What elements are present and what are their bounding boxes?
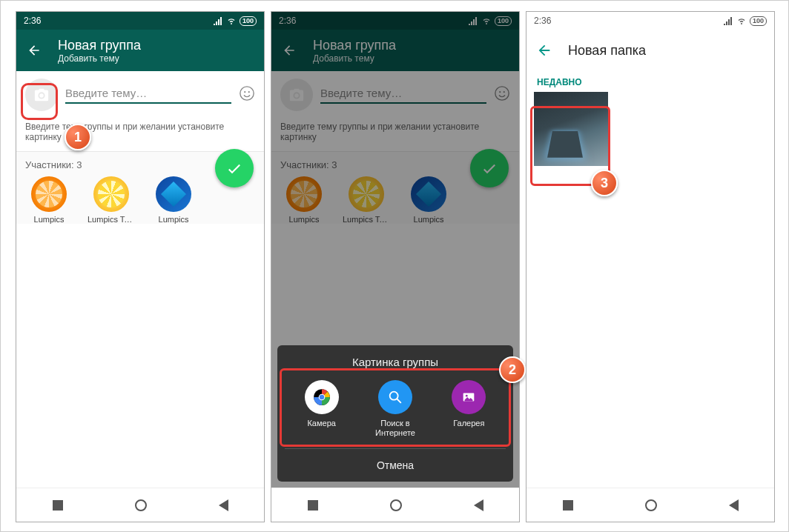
option-label: Камера: [307, 419, 335, 428]
option-label: Поиск в Интернете: [366, 419, 425, 438]
participant-name: Lumpics Te…: [88, 215, 135, 224]
signal-icon: [723, 16, 733, 25]
option-label: Галерея: [453, 419, 484, 428]
status-indicators: 100: [213, 16, 257, 26]
nav-recent-button[interactable]: [308, 500, 318, 511]
battery-icon: 100: [750, 16, 767, 26]
back-button[interactable]: [25, 41, 43, 59]
emoji-button[interactable]: [239, 85, 255, 105]
system-nav-bar: [16, 488, 264, 522]
wifi-icon: [736, 16, 747, 25]
wifi-icon: [226, 16, 237, 25]
participant[interactable]: Lumpics: [25, 176, 73, 224]
back-button[interactable]: [535, 41, 553, 59]
svg-line-10: [397, 399, 401, 402]
subject-input[interactable]: Введите тему…: [65, 87, 231, 104]
status-bar: 2:36 100: [16, 12, 264, 30]
participant-name: Lumpics: [34, 215, 65, 224]
search-option-icon: [378, 380, 412, 414]
nav-recent-button[interactable]: [53, 500, 63, 511]
svg-point-2: [248, 91, 250, 93]
svg-point-1: [244, 91, 245, 93]
cancel-button[interactable]: Отмена: [285, 448, 506, 482]
subject-row: Введите тему…: [16, 71, 264, 119]
image-thumbnail[interactable]: [534, 92, 608, 166]
nav-home-button[interactable]: [390, 499, 402, 511]
option-gallery[interactable]: Галерея: [439, 380, 498, 438]
header-subtitle: Добавить тему: [58, 53, 141, 64]
arrow-left-icon: [27, 43, 42, 58]
signal-icon: [213, 16, 223, 25]
dialog-title: Картинка группы: [285, 356, 506, 368]
participant[interactable]: Lumpics: [150, 176, 197, 224]
group-image-dialog: Картинка группы Камера Поиск в Интернете: [277, 345, 513, 482]
camera-option-icon: [305, 380, 339, 414]
avatar: [156, 176, 191, 212]
svg-point-12: [466, 394, 468, 396]
section-recent: НЕДАВНО: [526, 71, 774, 92]
status-bar: 2:36 100: [526, 12, 774, 30]
nav-back-button[interactable]: [729, 499, 739, 511]
app-header: Новая группа Добавить тему: [16, 30, 264, 71]
arrow-left-icon: [536, 42, 552, 59]
phone-screen-2: 2:36 100 Новая группа Добавить тему Введ…: [271, 11, 520, 522]
camera-icon: [33, 87, 50, 103]
option-web-search[interactable]: Поиск в Интернете: [366, 380, 425, 438]
nav-home-button[interactable]: [135, 499, 147, 511]
check-icon: [225, 159, 243, 177]
gallery-option-icon: [452, 380, 486, 414]
option-camera[interactable]: Камера: [292, 380, 351, 438]
phone-screen-1: 2:36 100 Новая группа Добавить тему Введ…: [16, 11, 265, 522]
battery-icon: 100: [240, 16, 257, 26]
group-photo-button[interactable]: [25, 79, 58, 111]
nav-recent-button[interactable]: [563, 500, 573, 511]
status-indicators: 100: [723, 16, 767, 26]
svg-point-8: [319, 394, 324, 399]
participant-name: Lumpics: [159, 215, 189, 224]
nav-home-button[interactable]: [645, 499, 657, 511]
confirm-fab[interactable]: [215, 149, 254, 187]
system-nav-bar: [526, 488, 774, 522]
emoji-icon: [239, 85, 255, 102]
instruction-text: Введите тему группы и при желании устано…: [16, 119, 264, 152]
svg-point-9: [390, 391, 398, 399]
svg-point-0: [240, 86, 254, 99]
header-title: Новая группа: [58, 38, 141, 53]
nav-back-button[interactable]: [219, 499, 228, 511]
nav-back-button[interactable]: [474, 499, 483, 511]
status-time: 2:36: [24, 16, 41, 26]
gallery-header: Новая папка: [526, 30, 774, 71]
participant[interactable]: Lumpics Te…: [88, 176, 135, 224]
status-time: 2:36: [534, 16, 551, 26]
avatar: [31, 176, 67, 212]
phone-screen-3: 2:36 100 Новая папка НЕДАВНО: [526, 11, 775, 522]
avatar: [93, 176, 129, 212]
system-nav-bar: [271, 488, 519, 522]
gallery-title: Новая папка: [568, 43, 646, 59]
